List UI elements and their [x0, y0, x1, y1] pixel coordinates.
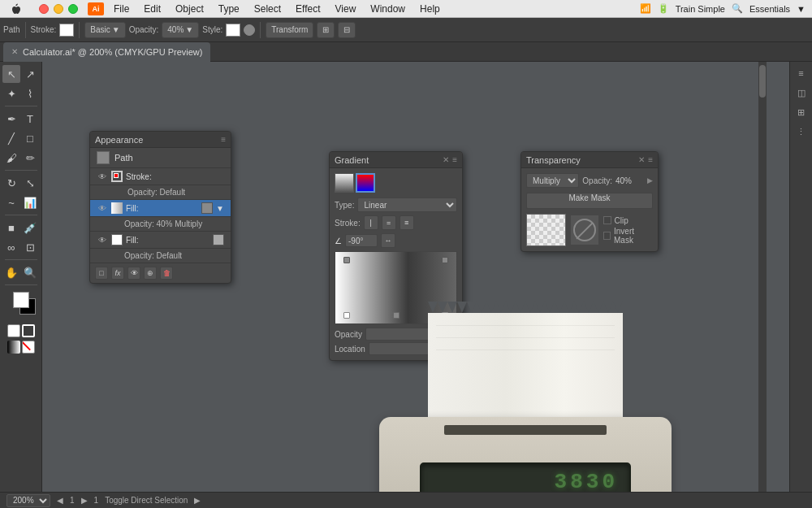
menu-view[interactable]: View [329, 2, 363, 16]
appearance-fill-row[interactable]: 👁 Fill: ▼ [90, 200, 231, 217]
stroke-indicator[interactable] [22, 324, 35, 337]
clip-checkbox[interactable] [603, 216, 611, 224]
essentials-chevron[interactable]: ▼ [797, 4, 806, 14]
opacity-dropdown[interactable]: 40% ▼ [162, 22, 199, 38]
invert-mask-checkbox-row[interactable]: Invert Mask [603, 227, 653, 245]
magic-wand-tool[interactable]: ✦ [2, 85, 20, 102]
close-button[interactable] [39, 4, 49, 14]
gradient-tool[interactable]: ■ [2, 219, 20, 237]
gradient-handle-left[interactable] [343, 257, 350, 263]
right-btn-2[interactable]: ◫ [793, 85, 810, 101]
fullscreen-button[interactable] [68, 4, 78, 14]
stroke-type-dropdown[interactable]: Basic ▼ [84, 22, 125, 38]
menu-edit[interactable]: Edit [137, 2, 167, 16]
paintbrush-tool[interactable]: 🖌 [2, 149, 20, 167]
transparency-panel-close[interactable]: ✕ [638, 155, 645, 164]
gradient-handle-right[interactable] [442, 257, 448, 263]
menu-type[interactable]: Type [212, 2, 246, 16]
tab-close-icon[interactable]: ✕ [11, 47, 18, 56]
foreground-color[interactable] [13, 292, 29, 308]
search-icon[interactable]: 🔍 [732, 3, 743, 14]
essentials-dropdown[interactable]: Essentials [749, 4, 790, 14]
right-btn-4[interactable]: ⋮ [793, 124, 810, 140]
minimize-button[interactable] [54, 4, 63, 14]
duplicate-btn[interactable]: ⊕ [144, 267, 157, 280]
gradient-swatch-2[interactable] [356, 173, 375, 193]
menu-object[interactable]: Object [169, 2, 210, 16]
fill2-visibility-toggle[interactable]: 👁 [97, 234, 108, 245]
menu-effect[interactable]: Effect [289, 2, 326, 16]
visibility-btn[interactable]: 👁 [127, 267, 140, 280]
invert-mask-checkbox[interactable] [603, 232, 611, 240]
menu-file[interactable]: File [107, 2, 136, 16]
blend-tool[interactable]: ∞ [2, 238, 20, 256]
gradient-panel-header[interactable]: Gradient ✕ ≡ [330, 152, 462, 168]
menu-window[interactable]: Window [364, 2, 412, 16]
none-fill-btn[interactable] [22, 341, 35, 354]
document-tab[interactable]: ✕ Calculator.ai* @ 200% (CMYK/GPU Previe… [3, 42, 210, 62]
style-swatch[interactable] [226, 24, 240, 37]
zoom-dropdown[interactable]: 200% 100% 50% [6, 494, 50, 507]
gradient-flip-btn[interactable]: ↔ [381, 233, 395, 248]
transparency-panel-menu[interactable]: ≡ [648, 155, 653, 164]
fill-visibility-toggle[interactable]: 👁 [97, 202, 108, 214]
fill-indicator[interactable] [7, 324, 20, 337]
stroke-color-swatch[interactable] [59, 24, 74, 37]
delete-btn[interactable]: 🗑 [160, 267, 173, 280]
scroll-thumb[interactable] [759, 65, 766, 98]
new-art-btn[interactable]: □ [95, 267, 108, 280]
artboard-tool[interactable]: ⊡ [21, 238, 39, 256]
opacity-arrow[interactable]: ▶ [647, 176, 653, 185]
arrange-btn[interactable]: ⊟ [338, 22, 356, 38]
transform-btn[interactable]: Transform [266, 22, 313, 38]
type-tool[interactable]: T [21, 110, 39, 128]
gradient-stroke-btn1[interactable]: | [364, 215, 378, 230]
menu-help[interactable]: Help [413, 2, 447, 16]
transparency-panel-header[interactable]: Transparency ✕ ≡ [521, 152, 658, 168]
pen-tool[interactable]: ✒ [2, 110, 20, 128]
gradient-fill-btn[interactable] [7, 341, 20, 354]
fx-btn[interactable]: fx [111, 267, 124, 280]
make-mask-button[interactable]: Make Mask [526, 193, 653, 209]
align-btn[interactable]: ⊞ [317, 22, 335, 38]
artboard-next[interactable]: ▶ [81, 496, 88, 505]
apple-menu[interactable] [0, 3, 32, 15]
graph-tool[interactable]: 📊 [21, 193, 39, 211]
appearance-panel-header[interactable]: Appearance ≡ [90, 132, 231, 148]
eyedropper-tool[interactable]: 💉 [21, 219, 39, 237]
lasso-tool[interactable]: ⌇ [21, 85, 39, 102]
canvas-area[interactable]: Appearance ≡ Path 👁 Stroke: [42, 62, 789, 492]
rotate-tool[interactable]: ↻ [2, 174, 20, 192]
warp-tool[interactable]: ~ [2, 193, 20, 211]
right-btn-3[interactable]: ⊞ [793, 104, 810, 120]
action-btn[interactable]: ▶ [194, 496, 201, 505]
scale-tool[interactable]: ⤡ [21, 174, 39, 192]
gradient-panel-menu[interactable]: ≡ [452, 155, 457, 164]
line-tool[interactable]: ╱ [2, 129, 20, 147]
clip-checkbox-row[interactable]: Clip [603, 216, 653, 225]
gradient-panel-close[interactable]: ✕ [443, 155, 449, 164]
gradient-swatch-1[interactable] [335, 173, 354, 193]
zoom-tool[interactable]: 🔍 [21, 263, 39, 281]
stroke-visibility-toggle[interactable]: 👁 [97, 171, 108, 182]
right-btn-1[interactable]: ≡ [793, 65, 810, 81]
pencil-tool[interactable]: ✏ [21, 149, 39, 167]
blend-mode-select[interactable]: Multiply Normal Screen [526, 173, 579, 188]
direct-selection-tool[interactable]: ↗ [21, 65, 39, 83]
shape-tool[interactable]: □ [21, 129, 39, 147]
tool-sep-3 [5, 215, 37, 215]
paper-line-3 [436, 350, 615, 350]
appearance-panel-menu[interactable]: ≡ [221, 135, 226, 144]
gradient-stop-left[interactable] [343, 312, 350, 319]
gradient-angle-input[interactable] [345, 234, 378, 247]
selection-tool[interactable]: ↖ [2, 65, 20, 83]
gradient-stroke-btn3[interactable]: ≡ [400, 215, 414, 230]
scrollbar-right[interactable] [758, 62, 767, 492]
gradient-type-select[interactable]: Linear Radial [357, 198, 457, 212]
menu-select[interactable]: Select [248, 2, 287, 16]
gradient-stroke-btn2[interactable]: = [382, 215, 396, 230]
hand-tool[interactable]: ✋ [2, 263, 20, 281]
artboard-prev[interactable]: ◀ [57, 496, 63, 505]
wifi-icon: 📶 [640, 3, 651, 14]
style-icon[interactable] [244, 24, 255, 36]
